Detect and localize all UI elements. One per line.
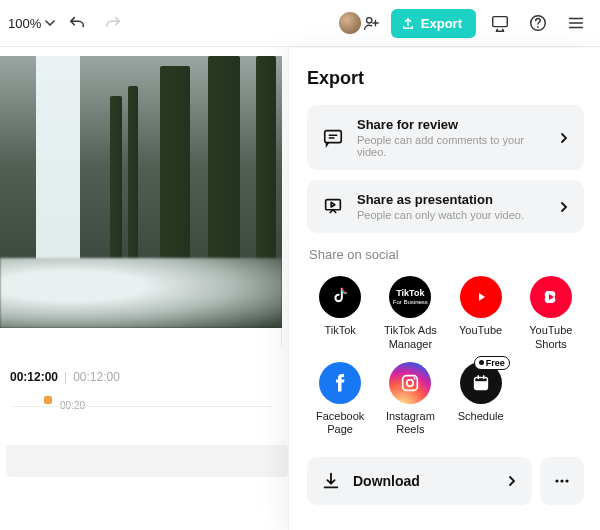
svg-rect-4 <box>325 130 342 142</box>
chat-icon <box>321 126 345 150</box>
svg-point-0 <box>366 18 371 23</box>
time-ruler[interactable]: 00:20 <box>10 396 272 430</box>
menu-icon <box>566 13 586 33</box>
help-button[interactable] <box>524 9 552 37</box>
chevron-right-icon <box>506 475 518 487</box>
undo-button[interactable] <box>63 9 91 37</box>
social-youtube-shorts[interactable]: YouTube Shorts <box>518 276 584 352</box>
badge-text: Free <box>486 358 505 368</box>
device-icon <box>490 13 510 33</box>
social-label: YouTube <box>459 324 502 350</box>
chevron-right-icon <box>558 132 570 144</box>
tiktok-icon <box>319 276 361 318</box>
share-for-review-card[interactable]: Share for review People can add comments… <box>307 105 584 170</box>
svg-point-13 <box>560 479 563 482</box>
social-grid: TikTok TikTok For Business TikTok Ads Ma… <box>307 276 584 437</box>
social-tiktok[interactable]: TikTok <box>307 276 373 352</box>
download-label: Download <box>353 473 494 489</box>
menu-button[interactable] <box>562 9 590 37</box>
collaborators[interactable] <box>337 10 381 36</box>
export-button[interactable]: Export <box>391 9 476 38</box>
redo-button[interactable] <box>99 9 127 37</box>
social-schedule[interactable]: Free Schedule <box>448 362 514 438</box>
avatar-icon <box>337 10 363 36</box>
svg-rect-5 <box>326 199 341 209</box>
export-button-label: Export <box>421 16 462 31</box>
share-on-social-label: Share on social <box>309 247 584 262</box>
share-as-presentation-card[interactable]: Share as presentation People can only wa… <box>307 180 584 233</box>
tiktok-ads-icon: TikTok For Business <box>389 276 431 318</box>
total-duration: 00:12:00 <box>73 370 120 384</box>
device-button[interactable] <box>486 9 514 37</box>
chevron-right-icon <box>558 201 570 213</box>
top-bar-left: 100% <box>8 9 127 37</box>
svg-point-7 <box>407 379 413 385</box>
social-label: TikTok <box>324 324 355 350</box>
free-badge: Free <box>474 356 510 370</box>
add-person-icon <box>362 14 380 32</box>
card-title: Share as presentation <box>357 192 546 207</box>
chevron-down-icon <box>45 18 55 28</box>
youtube-shorts-icon <box>530 276 572 318</box>
card-text: Share as presentation People can only wa… <box>357 192 546 221</box>
zoom-value: 100% <box>8 16 41 31</box>
top-bar: 100% Export <box>0 0 600 46</box>
social-label: Instagram Reels <box>377 410 443 438</box>
presentation-icon <box>321 195 345 219</box>
youtube-icon <box>460 276 502 318</box>
social-facebook-page[interactable]: Facebook Page <box>307 362 373 438</box>
card-title: Share for review <box>357 117 546 132</box>
social-label: Facebook Page <box>307 410 373 438</box>
add-collaborator-button[interactable] <box>361 13 381 33</box>
svg-point-8 <box>414 377 416 379</box>
foam-graphic <box>0 258 282 328</box>
card-subtitle: People can only watch your video. <box>357 209 546 221</box>
track-strip[interactable] <box>6 445 288 477</box>
social-youtube[interactable]: YouTube <box>448 276 514 352</box>
playhead[interactable] <box>44 396 52 404</box>
instagram-icon <box>389 362 431 404</box>
svg-point-12 <box>555 479 558 482</box>
video-preview[interactable] <box>0 56 282 328</box>
current-time: 00:12:00 <box>10 370 58 384</box>
facebook-icon <box>319 362 361 404</box>
zoom-dropdown[interactable]: 100% <box>8 16 55 31</box>
download-button[interactable]: Download <box>307 457 532 505</box>
timeline: 00:12:00 | 00:12:00 00:20 <box>0 362 282 438</box>
export-bottom-row: Download <box>307 457 584 505</box>
social-label: YouTube Shorts <box>518 324 584 352</box>
export-panel-title: Export <box>307 68 584 89</box>
svg-rect-1 <box>493 17 508 27</box>
social-label: TikTok Ads Manager <box>377 324 443 352</box>
svg-point-14 <box>565 479 568 482</box>
canvas-area <box>0 56 282 346</box>
social-instagram-reels[interactable]: Instagram Reels <box>377 362 443 438</box>
card-subtitle: People can add comments to your video. <box>357 134 546 158</box>
social-tiktok-ads[interactable]: TikTok For Business TikTok Ads Manager <box>377 276 443 352</box>
header-divider <box>0 46 600 47</box>
export-panel: Export Share for review People can add c… <box>288 48 600 530</box>
time-readout: 00:12:00 | 00:12:00 <box>10 370 272 384</box>
ruler-line <box>10 406 272 407</box>
time-separator: | <box>64 370 67 384</box>
top-bar-right: Export <box>337 9 590 38</box>
undo-icon <box>68 14 86 32</box>
social-label: Schedule <box>458 410 504 436</box>
svg-point-3 <box>537 26 539 28</box>
redo-icon <box>104 14 122 32</box>
more-options-button[interactable] <box>540 457 584 505</box>
help-icon <box>528 13 548 33</box>
upload-icon <box>401 16 415 30</box>
more-icon <box>552 471 572 491</box>
download-icon <box>321 471 341 491</box>
card-text: Share for review People can add comments… <box>357 117 546 158</box>
